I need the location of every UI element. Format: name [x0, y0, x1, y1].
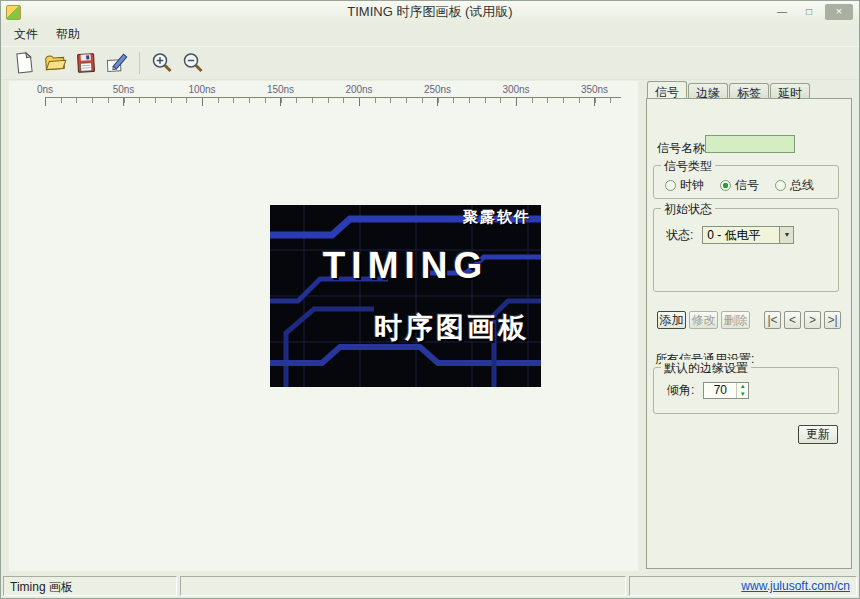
add-button[interactable]: 添加	[657, 311, 686, 329]
ruler-label: 300ns	[502, 84, 529, 95]
titlebar: TIMING 时序图画板 (试用版) — □ ×	[1, 1, 859, 23]
signal-name-label: 信号名称:	[657, 140, 708, 157]
ruler-labels: 0ns50ns100ns150ns200ns250ns300ns350ns	[45, 84, 621, 96]
angle-spinner[interactable]: 70 ▲ ▼	[703, 382, 749, 399]
state-label: 状态:	[666, 227, 693, 244]
drawing-canvas[interactable]: 0ns50ns100ns150ns200ns250ns300ns350ns	[9, 81, 638, 571]
initial-state-value: 0 - 低电平	[703, 227, 779, 244]
radio-signal[interactable]: 信号	[720, 177, 759, 194]
signal-action-buttons: 添加 修改 删除 |< < > >|	[657, 311, 841, 329]
zoom-out-icon	[181, 51, 205, 75]
modify-button: 修改	[689, 311, 718, 329]
update-button[interactable]: 更新	[798, 425, 838, 444]
pen-button[interactable]	[103, 49, 131, 77]
save-icon	[74, 51, 98, 75]
zoom-out-button[interactable]	[179, 49, 207, 77]
new-document-button[interactable]	[10, 49, 38, 77]
splash-image: 聚露软件 TIMING 时序图画板	[270, 205, 541, 387]
radio-clock-label: 时钟	[680, 177, 704, 194]
toolbar	[1, 46, 859, 80]
signal-tab-body: 信号名称: 信号类型 时钟 信号 总线	[646, 98, 852, 569]
radio-bus[interactable]: 总线	[775, 177, 814, 194]
menu-file[interactable]: 文件	[5, 23, 47, 46]
last-signal-button[interactable]: >|	[824, 311, 841, 329]
menu-help[interactable]: 帮助	[47, 23, 89, 46]
new-document-icon	[12, 51, 36, 75]
first-signal-button[interactable]: |<	[764, 311, 781, 329]
ruler-label: 250ns	[424, 84, 451, 95]
signal-type-group: 信号类型 时钟 信号 总线	[653, 165, 839, 199]
initial-state-select[interactable]: 0 - 低电平 ▼	[702, 226, 794, 244]
zoom-in-icon	[150, 51, 174, 75]
ruler-label: 0ns	[37, 84, 53, 95]
delete-button: 删除	[721, 311, 750, 329]
ruler-ticks	[45, 97, 621, 106]
window-title: TIMING 时序图画板 (试用版)	[1, 1, 859, 23]
circuit-art	[270, 205, 541, 387]
website-link[interactable]: www.julusoft.com/cn	[741, 579, 850, 593]
radio-clock-icon	[665, 180, 676, 191]
maximize-button[interactable]: □	[798, 4, 820, 20]
splash-brand-text: 聚露软件	[463, 208, 531, 227]
spin-up-icon[interactable]: ▲	[737, 383, 748, 391]
radio-bus-label: 总线	[790, 177, 814, 194]
signal-type-legend: 信号类型	[661, 158, 715, 175]
pen-icon	[105, 51, 129, 75]
tab-signal[interactable]: 信号	[647, 81, 687, 98]
zoom-in-button[interactable]	[148, 49, 176, 77]
radio-clock[interactable]: 时钟	[665, 177, 704, 194]
toolbar-separator	[139, 52, 140, 74]
radio-signal-icon	[720, 180, 731, 191]
edge-defaults-group: 默认的边缘设置 倾角: 70 ▲ ▼	[653, 367, 839, 414]
chevron-down-icon: ▼	[779, 227, 793, 243]
statusbar: Timing 画板 www.julusoft.com/cn	[3, 576, 857, 596]
tab-delay[interactable]: 延时	[770, 83, 810, 98]
open-file-button[interactable]	[41, 49, 69, 77]
app-icon	[6, 5, 21, 20]
initial-state-group: 初始状态 状态: 0 - 低电平 ▼	[653, 208, 839, 292]
spin-down-icon[interactable]: ▼	[737, 391, 748, 399]
ruler-label: 100ns	[188, 84, 215, 95]
angle-value: 70	[704, 383, 736, 398]
radio-signal-label: 信号	[735, 177, 759, 194]
app-window: TIMING 时序图画板 (试用版) — □ × 文件 帮助	[0, 0, 860, 599]
ruler-label: 350ns	[581, 84, 608, 95]
ruler-label: 200ns	[345, 84, 372, 95]
window-controls: — □ ×	[771, 4, 853, 20]
tab-edge[interactable]: 边缘	[688, 83, 728, 98]
tab-label[interactable]: 标签	[729, 83, 769, 98]
prev-signal-button[interactable]: <	[784, 311, 801, 329]
splash-subtitle-text: 时序图画板	[374, 309, 529, 347]
splash-title-text: TIMING	[270, 245, 541, 287]
close-button[interactable]: ×	[825, 4, 853, 20]
edge-defaults-legend: 默认的边缘设置	[661, 360, 751, 377]
save-button[interactable]	[72, 49, 100, 77]
angle-label: 倾角:	[667, 382, 694, 399]
minimize-button[interactable]: —	[771, 4, 793, 20]
menubar: 文件 帮助	[1, 23, 859, 46]
statusbar-link-cell: www.julusoft.com/cn	[629, 576, 857, 596]
time-ruler: 0ns50ns100ns150ns200ns250ns300ns350ns	[45, 84, 621, 106]
panel-tabs: 信号 边缘 标签 延时	[646, 81, 854, 98]
signal-panel: 信号 边缘 标签 延时 信号名称: 信号类型 时钟 信号	[646, 81, 854, 571]
open-folder-icon	[43, 51, 67, 75]
initial-state-legend: 初始状态	[661, 201, 715, 218]
statusbar-mode: Timing 画板	[3, 576, 177, 596]
radio-bus-icon	[775, 180, 786, 191]
ruler-label: 150ns	[267, 84, 294, 95]
spinner-buttons: ▲ ▼	[736, 383, 748, 398]
signal-name-input[interactable]	[705, 135, 795, 153]
statusbar-message	[180, 576, 626, 596]
next-signal-button[interactable]: >	[804, 311, 821, 329]
ruler-label: 50ns	[113, 84, 135, 95]
